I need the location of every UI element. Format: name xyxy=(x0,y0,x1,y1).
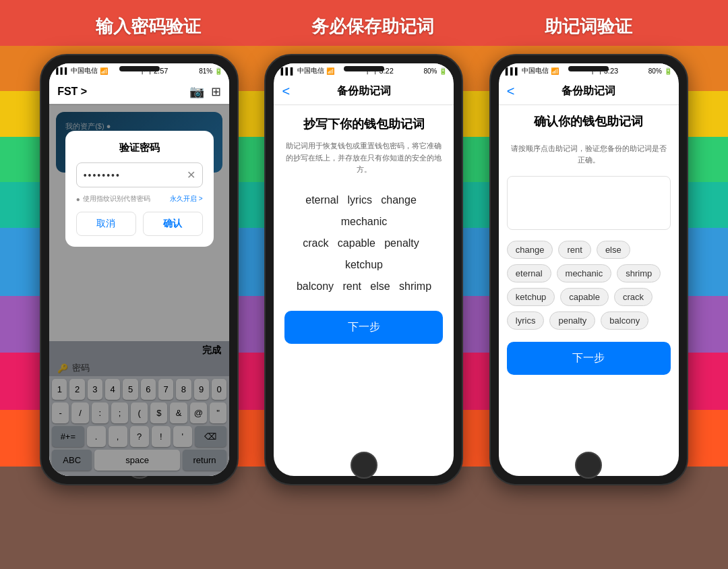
phone3-back-button[interactable]: < xyxy=(507,84,515,99)
phone3-status-left: ▌▌▌ 中国电信 📶 xyxy=(506,66,559,76)
phone1-modal-title: 验证密码 xyxy=(76,142,203,154)
phone-2: ▌▌▌ 中国电信 📶 下午3:22 80% 🔋 < 备份助记词 抄写下你的钱包助… xyxy=(264,54,463,485)
phone-3-screen: ▌▌▌ 中国电信 📶 下午3:23 80% 🔋 < 备份助记词 确认你的钱包助记… xyxy=(499,63,679,476)
title-phone3: 助记词验证 xyxy=(545,15,632,38)
phone1-signal: ▌▌▌ xyxy=(56,67,69,74)
phone2-carrier: 中国电信 xyxy=(297,66,324,76)
word-chip-rent[interactable]: rent xyxy=(558,241,590,259)
phone2-battery: 80% xyxy=(423,67,437,75)
phone2-battery-icon: 🔋 xyxy=(439,67,447,75)
word-chip-eternal[interactable]: eternal xyxy=(507,264,551,282)
phone3-desc: 请按顺序点击助记词，验证您备份的助记词是否正确。 xyxy=(499,138,679,171)
phone2-wifi-icon: 📶 xyxy=(326,67,334,75)
phone1-grid-icon[interactable]: ⊞ xyxy=(211,84,221,99)
phone3-battery-icon: 🔋 xyxy=(664,67,672,75)
phone1-modal-buttons: 取消 确认 xyxy=(76,212,203,236)
phone1-battery-icon: 🔋 xyxy=(214,67,222,75)
phone2-navbar: < 备份助记词 xyxy=(274,78,454,105)
phone2-status-left: ▌▌▌ 中国电信 📶 xyxy=(280,66,334,76)
phone1-fingerprint-text: 使用指纹识别代替密码 xyxy=(83,194,150,204)
word-chip-lyrics[interactable]: lyrics xyxy=(507,311,545,330)
phone1-wifi: 📶 xyxy=(100,67,108,75)
title-phone1: 输入密码验证 xyxy=(96,15,201,38)
phone1-password-input[interactable]: •••••••• ✕ xyxy=(76,162,203,187)
phone-1-speaker xyxy=(119,66,160,71)
phone1-clear-icon[interactable]: ✕ xyxy=(187,169,195,181)
fingerprint-icon: ● xyxy=(76,196,80,203)
phone1-modal-overlay: 验证密码 •••••••• ✕ ● 使用指纹识别代替密码 永久开启 > 取消 xyxy=(49,104,229,476)
phones-container: ▌▌▌ 中国电信 📶 下午2:57 81% 🔋 FST > 📷 ⊞ xyxy=(0,54,728,485)
phone3-navbar: < 备份助记词 xyxy=(499,78,679,105)
phone1-confirm-button[interactable]: 确认 xyxy=(143,212,203,236)
phone2-back-button[interactable]: < xyxy=(282,84,290,99)
phone3-carrier: 中国电信 xyxy=(522,66,549,76)
phone1-cancel-button[interactable]: 取消 xyxy=(76,212,136,236)
phone1-carrier: 中国电信 xyxy=(71,66,98,76)
phone1-modal: 验证密码 •••••••• ✕ ● 使用指纹识别代替密码 永久开启 > 取消 xyxy=(65,131,214,247)
phone-3: ▌▌▌ 中国电信 📶 下午3:23 80% 🔋 < 备份助记词 确认你的钱包助记… xyxy=(489,54,688,485)
word-chip-shrimp[interactable]: shrimp xyxy=(617,264,661,282)
phone3-home-button[interactable] xyxy=(575,452,602,479)
phone-2-screen: ▌▌▌ 中国电信 📶 下午3:22 80% 🔋 < 备份助记词 抄写下你的钱包助… xyxy=(274,63,454,476)
phone3-nav-title: 备份助记词 xyxy=(562,84,615,98)
phone1-password-dots: •••••••• xyxy=(84,170,121,181)
phone2-next-button[interactable]: 下一步 xyxy=(284,311,443,344)
title-phone2: 务必保存助记词 xyxy=(311,15,434,38)
phone2-signal: ▌▌▌ xyxy=(280,67,295,75)
phone2-home-button[interactable] xyxy=(351,452,377,479)
phone1-battery: 81% xyxy=(199,67,212,75)
word-chip-balcony[interactable]: balcony xyxy=(601,311,648,330)
phone3-heading: 确认你的钱包助记词 xyxy=(499,105,679,129)
phone1-status-left: ▌▌▌ 中国电信 📶 xyxy=(56,66,108,76)
phone-1-screen: ▌▌▌ 中国电信 📶 下午2:57 81% 🔋 FST > 📷 ⊞ xyxy=(49,63,229,476)
phone1-fingerprint-row: ● 使用指纹识别代替密码 永久开启 > xyxy=(76,193,203,205)
phone1-fingerprint-label: ● 使用指纹识别代替密码 xyxy=(76,194,150,204)
word-chip-crack[interactable]: crack xyxy=(614,288,653,306)
phone3-signal: ▌▌▌ xyxy=(506,67,520,75)
phone-1: ▌▌▌ 中国电信 📶 下午2:57 81% 🔋 FST > 📷 ⊞ xyxy=(40,54,239,485)
page-titles: 输入密码验证 务必保存助记词 助记词验证 xyxy=(0,15,728,38)
word-chip-penalty[interactable]: penalty xyxy=(549,311,595,330)
phone3-status-right: 80% 🔋 xyxy=(648,67,672,75)
phone2-content: 抄写下你的钱包助记词 助记词用于恢复钱包或重置钱包密码，将它准确的抄写在纸上，并… xyxy=(274,105,454,355)
phone2-status-right: 80% 🔋 xyxy=(423,67,447,75)
phone-3-speaker xyxy=(568,66,609,71)
phone3-word-grid: changerentelseeternalmechanicshrimpketch… xyxy=(499,235,679,335)
phone1-scan-icon[interactable]: 📷 xyxy=(189,84,204,99)
phone-2-speaker xyxy=(344,66,384,71)
phone3-selected-words-area[interactable] xyxy=(507,176,671,230)
phone3-content: 确认你的钱包助记词 请按顺序点击助记词，验证您备份的助记词是否正确。 chang… xyxy=(499,105,679,382)
phone2-nav-title: 备份助记词 xyxy=(337,84,391,98)
phone3-next-button[interactable]: 下一步 xyxy=(507,342,671,375)
phone1-fingerprint-toggle[interactable]: 永久开启 > xyxy=(170,194,203,204)
word-chip-mechanic[interactable]: mechanic xyxy=(557,264,612,282)
phone2-heading: 抄写下你的钱包助记词 xyxy=(303,116,425,132)
phone1-navbar: FST > 📷 ⊞ xyxy=(49,78,229,105)
phone3-wifi-icon: 📶 xyxy=(551,67,559,75)
phone1-nav-title: FST > xyxy=(57,86,87,98)
phone3-battery: 80% xyxy=(648,67,662,75)
word-chip-else[interactable]: else xyxy=(597,241,630,259)
phone1-status-right: 81% 🔋 xyxy=(199,67,222,75)
phone1-nav-icons: 📷 ⊞ xyxy=(189,84,221,99)
phone2-desc: 助记词用于恢复钱包或重置钱包密码，将它准确的抄写在纸上，并存放在只有你知道的安全… xyxy=(284,140,443,176)
word-chip-change[interactable]: change xyxy=(507,241,553,259)
word-chip-ketchup[interactable]: ketchup xyxy=(507,288,555,306)
word-chip-capable[interactable]: capable xyxy=(560,288,609,306)
phone2-mnemonic-words: eternal lyrics change mechanic crack cap… xyxy=(284,189,443,297)
